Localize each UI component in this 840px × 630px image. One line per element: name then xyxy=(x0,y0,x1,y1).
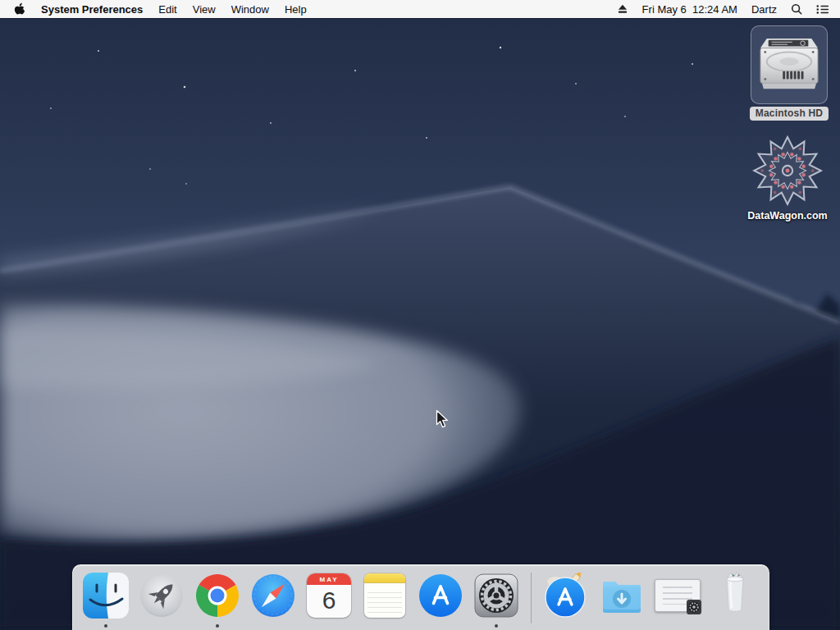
selection-highlight xyxy=(751,25,828,104)
datawagon-mandala-icon xyxy=(752,135,823,206)
menu-bar-clock[interactable]: Fri May 6 12:24 AM xyxy=(642,3,737,16)
dock-item-launchpad[interactable] xyxy=(139,573,185,619)
dock-item-trash[interactable] xyxy=(710,573,756,619)
system-preferences-badge-icon xyxy=(687,600,701,614)
dock: MAY 6 xyxy=(72,564,769,630)
desktop-icon-datawagon[interactable]: DataWagon.com xyxy=(742,135,833,221)
spotlight-search-icon[interactable] xyxy=(791,3,802,15)
dock-item-google-chrome[interactable] xyxy=(194,573,240,619)
menu-item-window[interactable]: Window xyxy=(231,3,269,16)
safari-compass-icon xyxy=(250,573,296,619)
downloads-folder-icon xyxy=(599,573,645,619)
menu-bar: System Preferences Edit View Window Help… xyxy=(0,0,840,18)
applications-folder-stack-icon xyxy=(543,573,589,619)
launchpad-rocket-icon xyxy=(139,573,185,619)
running-indicator xyxy=(495,624,498,628)
apple-menu-icon[interactable] xyxy=(14,2,25,16)
calendar-month: MAY xyxy=(307,573,351,585)
desktop-icon-macintosh-hd[interactable]: Macintosh HD xyxy=(745,25,833,121)
system-preferences-gear-icon xyxy=(473,573,519,619)
menu-item-view[interactable]: View xyxy=(193,3,216,16)
menu-item-edit[interactable]: Edit xyxy=(158,3,176,16)
dock-item-safari[interactable] xyxy=(250,573,296,619)
running-indicator xyxy=(104,624,107,628)
mouse-cursor xyxy=(436,409,450,429)
notification-center-icon[interactable] xyxy=(816,4,829,15)
app-store-icon xyxy=(418,573,463,619)
active-app-menu[interactable]: System Preferences xyxy=(41,3,143,16)
calendar-icon: MAY 6 xyxy=(307,573,351,618)
dock-item-downloads-folder[interactable] xyxy=(599,573,645,619)
hard-drive-icon xyxy=(756,35,823,94)
user-switch-menu[interactable]: Dartz xyxy=(751,3,777,16)
calendar-day: 6 xyxy=(307,585,351,616)
menu-item-help[interactable]: Help xyxy=(285,3,307,16)
desktop-icon-label: DataWagon.com xyxy=(747,210,827,221)
desktop: System Preferences Edit View Window Help… xyxy=(0,0,840,630)
dock-item-finder[interactable] xyxy=(83,573,129,619)
dock-item-app-store[interactable] xyxy=(418,573,463,619)
dock-item-minimized-window[interactable] xyxy=(655,573,701,619)
dock-item-system-preferences[interactable] xyxy=(473,573,519,619)
trash-full-icon xyxy=(712,571,758,617)
finder-icon xyxy=(83,573,129,619)
dock-item-notes[interactable] xyxy=(362,573,408,619)
dock-item-calendar[interactable]: MAY 6 xyxy=(306,573,352,619)
eject-icon[interactable] xyxy=(617,4,628,14)
desktop-icon-label: Macintosh HD xyxy=(750,107,829,121)
chrome-icon xyxy=(194,573,240,619)
notes-icon xyxy=(364,573,405,618)
mojave-night-wallpaper xyxy=(0,0,840,630)
dock-separator xyxy=(531,573,532,623)
minimized-window-thumbnail xyxy=(655,579,701,612)
dock-item-applications-stack[interactable] xyxy=(543,573,589,619)
running-indicator xyxy=(216,624,219,628)
